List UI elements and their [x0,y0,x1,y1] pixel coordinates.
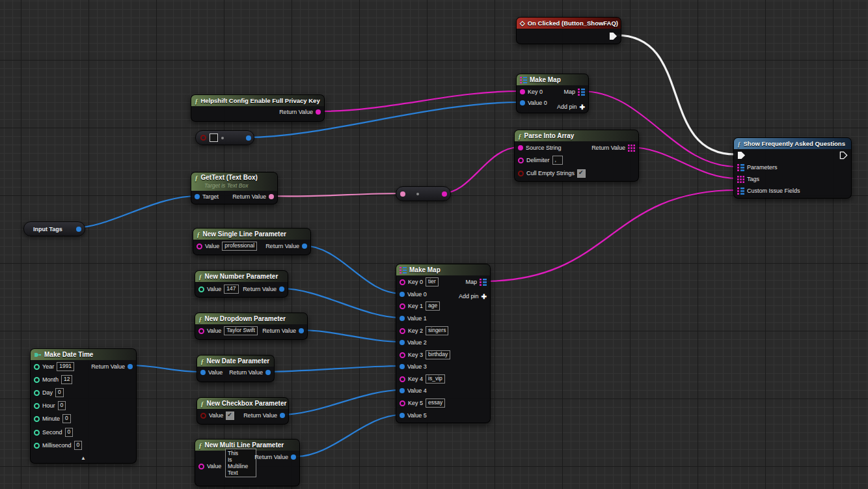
node-single-line-parameter[interactable]: ƒ New Single Line Parameter Value profes… [193,228,311,255]
key-field[interactable]: singers [426,326,448,335]
return-value-pin[interactable] [279,286,284,292]
node-gettext[interactable]: ƒ GetText (Text Box) Target is Text Box … [191,172,278,204]
exec-out-pin[interactable] [839,151,848,160]
return-value-pin[interactable] [299,328,304,333]
map-pin[interactable] [737,188,744,195]
node-header[interactable]: Make Map [517,74,588,85]
return-value-pin[interactable] [302,244,307,249]
node-date-parameter[interactable]: ƒ New Date Parameter Value Return Value [197,355,275,382]
millisecond-field[interactable]: 0 [74,441,83,450]
return-value-pin[interactable] [291,454,296,460]
key-pin[interactable] [400,352,405,358]
source-string-pin[interactable] [518,145,523,150]
node-input-tags-variable[interactable]: Input Tags [23,221,85,236]
node-checkbox-parameter[interactable]: ƒ New Checkbox Parameter Value Return Va… [197,397,289,425]
node-show-faq[interactable]: ƒ Show Frequently Asked Questions Parame… [733,137,852,199]
value-pin[interactable] [200,370,206,375]
node-header[interactable]: ƒ New Checkbox Parameter [197,398,288,409]
key-field[interactable]: essay [426,398,445,408]
bool-checkbox[interactable] [210,133,218,142]
node-dropdown-parameter[interactable]: ƒ New Dropdown Parameter Value Taylor Sw… [195,313,308,340]
exec-in-pin[interactable] [737,151,746,160]
hour-field[interactable]: 0 [58,401,66,410]
day-field[interactable]: 0 [55,388,64,397]
value-pin[interactable] [198,286,204,292]
value-multiline-field[interactable]: This Is Multiline Text [225,449,256,477]
month-field[interactable]: 12 [61,375,72,384]
out-pin[interactable] [246,135,251,141]
delimiter-field[interactable]: , [552,156,563,165]
node-header[interactable]: ƒ New Date Parameter [197,356,274,367]
month-pin[interactable] [34,377,40,383]
key-field[interactable]: age [426,301,440,311]
node-header[interactable]: ƒ New Dropdown Parameter [195,313,307,324]
minute-field[interactable]: 0 [62,414,71,423]
value-pin[interactable] [400,413,405,418]
second-pin[interactable] [34,430,40,436]
add-pin-row[interactable]: Add pin ✚ [459,292,487,301]
minute-pin[interactable] [34,416,40,422]
exec-out-pin[interactable] [609,32,617,40]
text-in-pin[interactable] [400,191,405,197]
value-pin[interactable] [197,244,202,249]
key0-pin[interactable] [520,89,525,94]
node-header[interactable]: ƒ Show Frequently Asked Questions [734,138,851,149]
node-bool-literal[interactable] [195,130,254,145]
return-value-pin[interactable] [265,370,271,375]
key-pin[interactable] [400,303,405,309]
map-pin[interactable] [578,89,585,96]
key-field[interactable]: tier [426,277,439,286]
node-header[interactable]: Make Date Time [31,349,136,360]
return-value-pin[interactable] [269,194,274,199]
value-checkbox[interactable] [226,412,234,420]
year-field[interactable]: 1991 [57,362,74,371]
key-pin[interactable] [400,279,405,285]
node-on-clicked[interactable]: ◇ On Clicked (Button_ShowFAQ) [516,17,621,44]
node-number-parameter[interactable]: ƒ New Number Parameter Value 147 Return … [195,270,288,298]
year-pin[interactable] [34,364,40,370]
node-header[interactable]: ◇ On Clicked (Button_ShowFAQ) [517,18,621,29]
key-pin[interactable] [400,400,405,406]
key-field[interactable]: is_vip [426,374,445,384]
node-parse-into-array[interactable]: ƒ Parse Into Array Source String Delimit… [514,130,639,182]
string-array-pin[interactable] [737,176,744,183]
value-pin[interactable] [400,388,405,393]
delimiter-pin[interactable] [518,158,524,163]
node-make-map-center[interactable]: Make Map Map Add pin ✚ Key 0 tier Value … [396,264,491,423]
value-field[interactable]: 147 [224,285,238,294]
value0-pin[interactable] [520,100,525,105]
node-make-map-top[interactable]: Make Map Key 0 Value 0 Map Add pin ✚ [516,74,589,113]
value-pin[interactable] [400,292,405,297]
target-pin[interactable] [195,194,200,199]
value-pin[interactable] [200,413,206,419]
node-header[interactable]: ƒ New Single Line Parameter [193,229,310,240]
key-field[interactable]: birthday [426,350,450,359]
node-header[interactable]: ƒ Parse Into Array [515,130,638,141]
day-pin[interactable] [34,390,40,396]
millisecond-pin[interactable] [34,443,40,449]
blueprint-canvas[interactable]: ◇ On Clicked (Button_ShowFAQ) Make Map K… [0,0,868,489]
node-header[interactable]: ƒ New Number Parameter [195,271,288,282]
value-pin[interactable] [400,340,405,345]
cull-pin[interactable] [518,171,524,176]
map-pin[interactable] [480,279,487,286]
node-multi-line-parameter[interactable]: ƒ New Multi Line Parameter Value This Is… [195,439,300,486]
return-value-pin[interactable] [316,109,321,115]
string-out-pin[interactable] [442,191,447,197]
node-header[interactable]: ƒ Helpshift Config Enable Full Privacy K… [191,95,324,106]
node-header[interactable]: Make Map [396,264,490,275]
bool-in-pin[interactable] [200,135,206,141]
out-pin[interactable] [76,227,81,232]
node-helpshift-config[interactable]: ƒ Helpshift Config Enable Full Privacy K… [191,94,325,122]
value-pin[interactable] [198,328,204,334]
value-field[interactable]: professional [222,242,257,251]
add-pin-row[interactable]: Add pin ✚ [557,102,585,111]
value-pin[interactable] [400,316,405,321]
string-array-pin[interactable] [628,145,635,152]
value-pin[interactable] [400,364,405,369]
node-text-to-string-conversion[interactable] [396,186,451,201]
map-pin[interactable] [737,164,744,171]
return-value-pin[interactable] [280,413,285,418]
collapse-arrow-icon[interactable]: ▲ [81,455,86,461]
key-pin[interactable] [400,328,405,334]
